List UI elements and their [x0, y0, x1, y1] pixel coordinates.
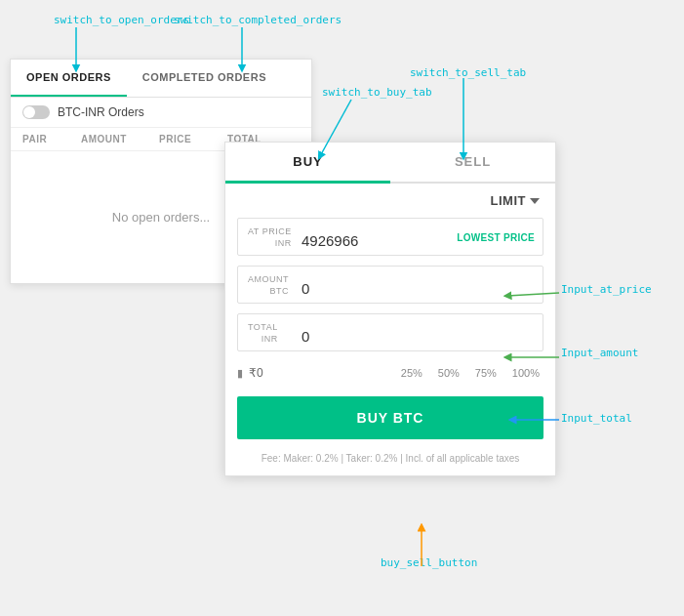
annotation-input-total: Input_total	[561, 412, 632, 425]
annotation-buy-sell-button: buy_sell_button	[381, 556, 477, 569]
total-label: TOTAL INR	[248, 322, 278, 345]
annotation-input-at-price: Input_at_price	[561, 283, 652, 296]
amount-input-group: AMOUNT BTC	[237, 266, 543, 304]
btc-inr-toggle-row: BTC-INR Orders	[11, 98, 311, 128]
input-total[interactable]	[238, 314, 543, 350]
tab-open-orders[interactable]: OPEN ORDERS	[11, 60, 127, 97]
percent-75-btn[interactable]: 75%	[471, 365, 501, 381]
percent-100-btn[interactable]: 100%	[508, 365, 543, 381]
at-price-input-group: AT PRICE INR LOWEST PRICE	[237, 218, 543, 256]
chevron-down-icon	[530, 198, 540, 204]
total-input-group: TOTAL INR	[237, 313, 543, 351]
percent-buttons: 25% 50% 75% 100%	[397, 365, 543, 381]
buy-sell-tabs: BUY SELL	[225, 143, 555, 184]
order-type-select[interactable]: LIMIT	[491, 193, 540, 208]
col-pair: PAIR	[22, 134, 81, 144]
amount-label: AMOUNT BTC	[248, 274, 289, 297]
annotation-switch-buy-tab: switch_to_buy_tab	[322, 86, 432, 99]
fee-text: Fee: Maker: 0.2% | Taker: 0.2% | Incl. o…	[225, 449, 555, 475]
balance-row: ▮ ₹0 25% 50% 75% 100%	[225, 361, 555, 389]
annotation-switch-open-orders: switch_to_open_orders	[54, 14, 189, 26]
percent-25-btn[interactable]: 25%	[397, 365, 426, 381]
order-type-label: LIMIT	[491, 193, 526, 208]
annotation-switch-completed-orders: switch_to_completed_orders	[174, 14, 342, 26]
tab-sell[interactable]: SELL	[390, 143, 555, 182]
balance-icon: ▮	[237, 367, 243, 380]
buy-sell-button[interactable]: BUY BTC	[237, 396, 543, 439]
balance-amount: ₹0	[249, 366, 391, 380]
btc-inr-label: BTC-INR Orders	[58, 105, 144, 119]
tab-buy[interactable]: BUY	[225, 143, 390, 184]
annotation-switch-sell-tab: switch_to_sell_tab	[410, 66, 526, 79]
col-price: PRICE	[159, 134, 227, 144]
btc-inr-toggle-switch[interactable]	[22, 105, 50, 119]
col-amount: AMOUNT	[81, 134, 159, 144]
percent-50-btn[interactable]: 50%	[434, 365, 463, 381]
annotation-input-amount: Input_amount	[561, 347, 638, 359]
at-price-label: AT PRICE INR	[248, 226, 292, 249]
order-type-row: LIMIT	[225, 184, 555, 218]
orders-tabs: OPEN ORDERS COMPLETED ORDERS	[11, 60, 311, 98]
tab-completed-orders[interactable]: COMPLETED ORDERS	[127, 60, 282, 97]
lowest-price-tag[interactable]: LOWEST PRICE	[457, 231, 535, 242]
buy-sell-panel: BUY SELL LIMIT AT PRICE INR LOWEST PRICE…	[224, 142, 556, 476]
